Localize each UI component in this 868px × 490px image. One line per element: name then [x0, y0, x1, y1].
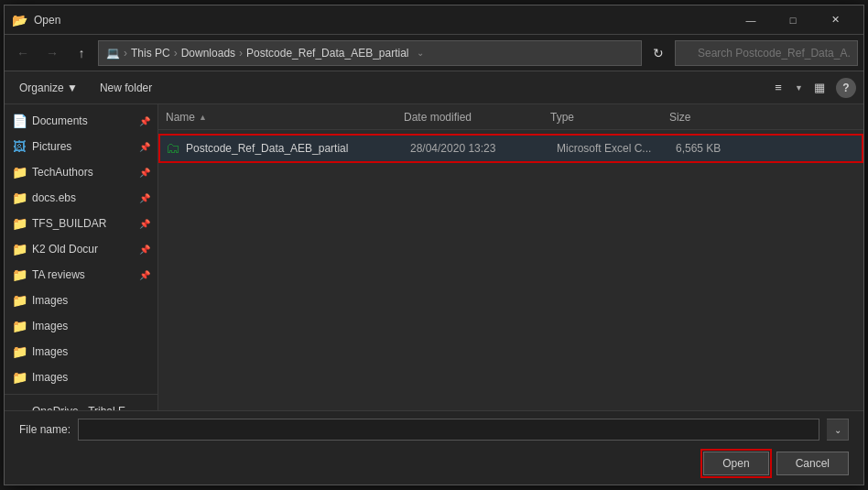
sidebar-label-images-4: Images: [32, 371, 68, 384]
file-name: Postcode_Ref_Data_AEB_partial: [186, 142, 410, 155]
pin-icon-3: 📌: [139, 168, 150, 178]
sidebar-item-docs-ebs[interactable]: 📁 docs.ebs 📌: [5, 185, 157, 211]
forward-button[interactable]: →: [39, 40, 65, 66]
search-wrap: 🔍: [675, 40, 858, 66]
excel-icon: 🗂: [166, 140, 180, 157]
sidebar-item-ta-reviews[interactable]: 📁 TA reviews 📌: [5, 262, 157, 288]
sidebar-label-images-3: Images: [32, 345, 68, 358]
file-area: Name ▲ Date modified Type Size 🗂 Postcod…: [158, 104, 863, 410]
path-segment-2: Downloads: [181, 47, 235, 60]
sidebar-label-k2: K2 Old Docur: [32, 243, 98, 256]
sidebar-item-images-2[interactable]: 📁 Images: [5, 313, 157, 339]
folder-icon-5: 📁: [12, 267, 27, 282]
sidebar-label-images-1: Images: [32, 294, 68, 307]
pictures-icon: 🖼: [12, 139, 27, 154]
sidebar-item-images-3[interactable]: 📁 Images: [5, 339, 157, 365]
pin-icon-4: 📌: [139, 193, 150, 203]
sidebar-label-tfs: TFS_BUILDAR: [32, 217, 106, 230]
sidebar-label-documents: Documents: [32, 114, 88, 127]
sidebar-label-images-2: Images: [32, 320, 68, 332]
toolbar: Organize ▼ New folder ≡ ▼ ▦ ?: [5, 71, 863, 104]
sidebar-label-pictures: Pictures: [32, 140, 71, 153]
folder-icon: 📁: [12, 165, 27, 180]
path-segment-1: This PC: [131, 47, 170, 60]
sidebar-item-tfs[interactable]: 📁 TFS_BUILDAR 📌: [5, 211, 157, 236]
sidebar-item-pictures[interactable]: 🖼 Pictures 📌: [5, 134, 157, 159]
path-dropdown-arrow[interactable]: ⌄: [417, 48, 424, 58]
organize-button[interactable]: Organize ▼: [12, 78, 85, 98]
filename-dropdown[interactable]: ⌄: [827, 419, 849, 441]
file-row[interactable]: 🗂 Postcode_Ref_Data_AEB_partial 28/04/20…: [158, 134, 863, 163]
sidebar-item-documents[interactable]: 📄 Documents 📌: [5, 108, 157, 134]
cancel-button[interactable]: Cancel: [776, 452, 849, 475]
dialog-icon: 📂: [12, 13, 27, 27]
sidebar-item-images-4[interactable]: 📁 Images: [5, 365, 157, 390]
filename-label: File name:: [19, 423, 71, 436]
sidebar-item-images-1[interactable]: 📁 Images: [5, 288, 157, 313]
path-bar[interactable]: 💻 › This PC › Downloads › Postcode_Ref_D…: [98, 40, 642, 66]
open-dialog: 📂 Open — □ ✕ ← → ↑ 💻 › This PC › Downloa…: [4, 5, 864, 485]
path-icon: 💻: [106, 47, 120, 60]
file-size: 6,565 KB: [676, 142, 749, 155]
column-type[interactable]: Type: [550, 111, 669, 124]
dialog-title: Open: [34, 14, 730, 27]
filename-row: File name: ⌄: [5, 411, 863, 448]
sidebar: 📄 Documents 📌 🖼 Pictures 📌 📁 TechAuthors…: [5, 104, 158, 410]
sidebar-label-ta-reviews: TA reviews: [32, 268, 85, 281]
main-area: 📄 Documents 📌 🖼 Pictures 📌 📁 TechAuthors…: [5, 104, 863, 410]
file-type: Microsoft Excel C...: [557, 142, 676, 155]
cloud-icon: ☁: [12, 404, 27, 410]
window-controls: — □ ✕: [730, 5, 856, 35]
column-name[interactable]: Name ▲: [166, 111, 404, 124]
path-segment-3: Postcode_Ref_Data_AEB_partial: [246, 47, 408, 60]
view-dropdown-arrow[interactable]: ▼: [795, 83, 803, 93]
filename-input[interactable]: [78, 419, 819, 441]
sidebar-label-docs-ebs: docs.ebs: [32, 191, 76, 204]
pin-icon-2: 📌: [139, 142, 150, 152]
sidebar-divider-1: [5, 394, 157, 395]
up-button[interactable]: ↑: [69, 40, 94, 66]
close-button[interactable]: ✕: [814, 5, 856, 35]
open-button[interactable]: Open: [703, 452, 768, 475]
file-list: 🗂 Postcode_Ref_Data_AEB_partial 28/04/20…: [158, 130, 863, 410]
pin-icon-5: 📌: [139, 219, 150, 229]
search-input[interactable]: [675, 40, 858, 66]
pin-icon-6: 📌: [139, 245, 150, 255]
folder-icon-2: 📁: [12, 191, 27, 205]
document-icon: 📄: [12, 114, 27, 128]
view-buttons: ≡ ▼ ▦ ?: [765, 75, 856, 101]
view-list-button[interactable]: ≡: [765, 75, 791, 101]
folder-icon-4: 📁: [12, 242, 27, 256]
column-size[interactable]: Size: [669, 111, 743, 124]
sidebar-item-techauthors[interactable]: 📁 TechAuthors 📌: [5, 159, 157, 185]
minimize-button[interactable]: —: [730, 5, 772, 35]
folder-icon-6: 📁: [12, 293, 27, 308]
bottom-bar: File name: ⌄ Open Cancel: [5, 410, 863, 485]
new-folder-button[interactable]: New folder: [92, 78, 159, 98]
back-button[interactable]: ←: [10, 40, 36, 66]
address-bar: ← → ↑ 💻 › This PC › Downloads › Postcode…: [5, 35, 863, 71]
sort-arrow: ▲: [199, 113, 207, 122]
column-date[interactable]: Date modified: [404, 111, 550, 124]
pin-icon-7: 📌: [139, 270, 150, 280]
folder-icon-9: 📁: [12, 370, 27, 385]
maximize-button[interactable]: □: [772, 5, 814, 35]
pin-icon: 📌: [139, 116, 150, 126]
sidebar-label-techauthors: TechAuthors: [32, 166, 93, 179]
folder-icon-7: 📁: [12, 319, 27, 333]
file-date: 28/04/2020 13:23: [410, 142, 557, 155]
folder-icon-8: 📁: [12, 344, 27, 359]
folder-icon-3: 📁: [12, 216, 27, 231]
sidebar-item-k2[interactable]: 📁 K2 Old Docur 📌: [5, 236, 157, 262]
sidebar-item-onedrive[interactable]: ☁ OneDrive - Tribal E: [5, 398, 157, 410]
file-column-header: Name ▲ Date modified Type Size: [158, 104, 863, 130]
view-grid-button[interactable]: ▦: [807, 75, 832, 101]
refresh-button[interactable]: ↻: [646, 40, 671, 66]
help-button[interactable]: ?: [836, 78, 856, 98]
title-bar: 📂 Open — □ ✕: [5, 5, 863, 35]
actions-row: Open Cancel: [5, 448, 863, 485]
